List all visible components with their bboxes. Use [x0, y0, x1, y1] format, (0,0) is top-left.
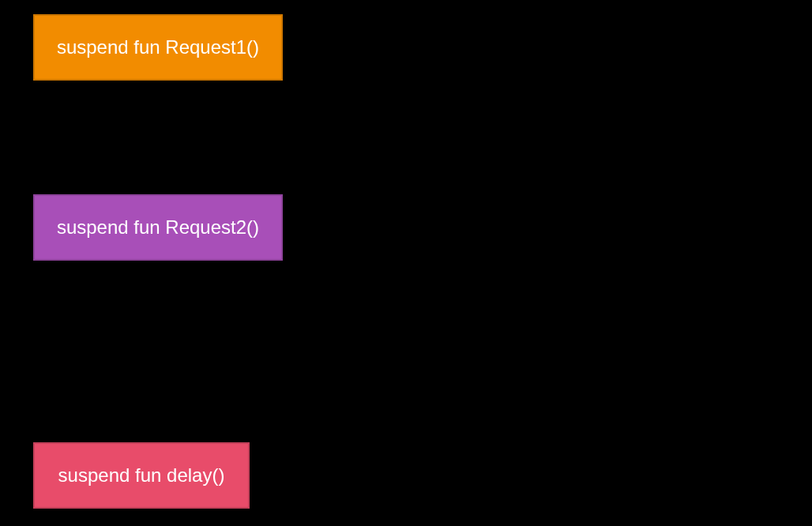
suspend-function-request2: suspend fun Request2()	[33, 194, 283, 261]
function-label-request1: suspend fun Request1()	[57, 36, 259, 58]
function-label-request2: suspend fun Request2()	[57, 216, 259, 239]
function-label-delay: suspend fun delay()	[58, 464, 225, 487]
suspend-function-delay: suspend fun delay()	[33, 442, 250, 509]
suspend-function-request1: suspend fun Request1()	[33, 14, 283, 81]
